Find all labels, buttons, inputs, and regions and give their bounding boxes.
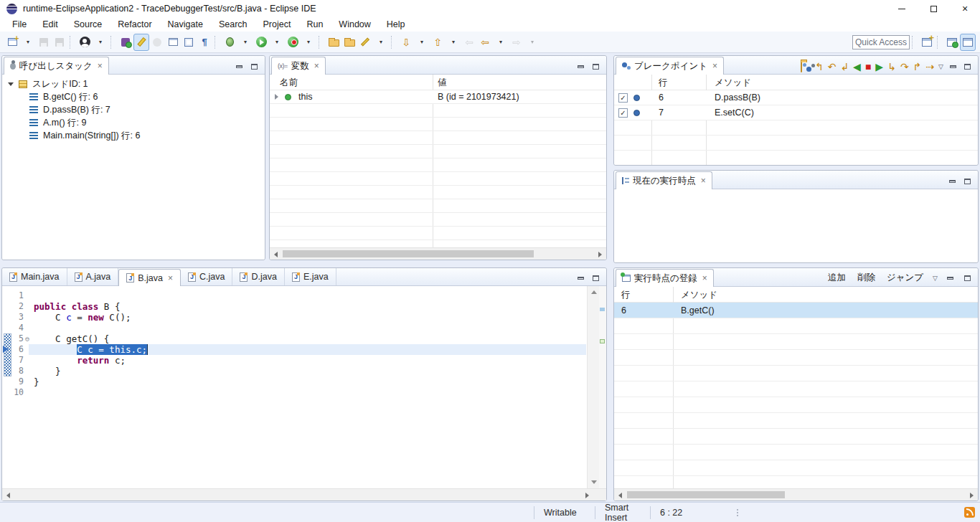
expand-icon[interactable] — [275, 94, 278, 100]
view-tab-variables[interactable]: (x)= 変数 × — [271, 57, 326, 75]
line-number[interactable]: 8 — [2, 366, 24, 376]
code-line[interactable]: 7 return c; — [2, 355, 586, 366]
menu-run[interactable]: Run — [298, 17, 331, 32]
breakpoint-checkbox[interactable]: ✓ — [618, 93, 628, 103]
highlight-tool-button[interactable] — [133, 34, 149, 51]
close-icon[interactable]: × — [701, 176, 706, 186]
next-annotation-button[interactable]: ⇩ — [398, 34, 414, 51]
code-editor[interactable]: 1 2public class B { 3 C c = new C(); 4 5… — [2, 286, 606, 488]
menu-source[interactable]: Source — [66, 17, 110, 32]
status-drag-handle[interactable] — [737, 509, 739, 516]
code-line[interactable]: 9} — [2, 376, 586, 387]
stack-frame-row[interactable]: A.m() 行: 9 — [2, 116, 265, 129]
step-back-over-button[interactable]: ↶ — [828, 62, 837, 72]
scroll-down-icon[interactable] — [591, 480, 597, 484]
close-icon[interactable]: × — [702, 273, 707, 283]
view-tab-breakpoints[interactable]: ブレークポイント × — [616, 57, 724, 75]
column-header-line[interactable]: 行 — [621, 287, 631, 303]
resume-button[interactable]: ▶ — [875, 62, 883, 72]
code-line[interactable]: 2public class B { — [2, 301, 586, 312]
column-header-line[interactable]: 行 — [659, 75, 668, 90]
step-filter-button[interactable] — [149, 34, 165, 51]
maximize-view-button[interactable] — [590, 273, 600, 283]
close-icon[interactable]: × — [712, 61, 717, 71]
code-line[interactable]: 10 — [2, 387, 586, 398]
step-back-return-button[interactable]: ↲ — [840, 62, 849, 72]
close-icon[interactable]: × — [314, 61, 319, 71]
menu-project[interactable]: Project — [255, 17, 299, 32]
close-icon[interactable]: × — [168, 273, 173, 283]
close-icon[interactable]: × — [98, 61, 103, 71]
maximize-view-button[interactable] — [962, 62, 972, 72]
menu-edit[interactable]: Edit — [34, 17, 66, 32]
code-line[interactable]: 5⊖ C getC() { — [2, 333, 586, 344]
editor-tab-b-java[interactable]: J B.java × — [118, 269, 181, 286]
previous-annotation-button[interactable]: ⇧ — [430, 34, 446, 51]
run-to-line-button[interactable]: ⇢ — [925, 62, 934, 72]
menu-navigate[interactable]: Navigate — [160, 17, 211, 32]
last-edit-location-button[interactable]: ⇦ — [461, 34, 477, 51]
forward-button[interactable]: ⇨ — [509, 34, 524, 51]
show-whitespace-button[interactable]: ¶ — [197, 34, 212, 51]
editor-hscrollbar[interactable] — [2, 488, 606, 500]
run-button[interactable] — [253, 34, 269, 51]
column-header-value[interactable]: 値 — [438, 75, 447, 90]
back-dropdown[interactable]: ▾ — [493, 34, 509, 51]
editor-tab-e-java[interactable]: J E.java — [285, 268, 336, 285]
back-button[interactable]: ⇦ — [477, 34, 493, 51]
code-line[interactable]: 3 C c = new C(); — [2, 312, 586, 323]
column-header-method[interactable]: メソッド — [715, 75, 751, 90]
stack-frame-row[interactable]: Main.main(String[]) 行: 6 — [2, 129, 265, 142]
editor-tab-main-java[interactable]: J Main.java — [2, 268, 67, 285]
scroll-left-icon[interactable] — [6, 493, 10, 498]
registration-hscrollbar[interactable] — [614, 488, 978, 500]
menu-search[interactable]: Search — [211, 17, 255, 32]
trace-tool-button[interactable] — [118, 34, 133, 51]
editor-tab-d-java[interactable]: J D.java — [232, 268, 284, 285]
new-wizard-button[interactable] — [4, 34, 20, 51]
step-over-button[interactable]: ↷ — [900, 62, 909, 72]
debug-dropdown[interactable]: ▾ — [237, 34, 253, 51]
scroll-up-icon[interactable] — [591, 290, 597, 294]
usage-report-icon[interactable] — [964, 507, 975, 518]
minimize-view-button[interactable] — [945, 273, 955, 283]
menu-window[interactable]: Window — [331, 17, 378, 32]
view-tab-current-point[interactable]: 現在の実行時点 × — [616, 171, 712, 189]
stack-frame-row[interactable]: D.passB(B) 行: 7 — [2, 103, 265, 116]
jump-button[interactable]: ジャンプ — [885, 272, 925, 284]
account-dropdown[interactable]: ▾ — [93, 34, 108, 51]
window-minimize-button[interactable] — [887, 0, 917, 17]
editor-vscrollbar[interactable] — [587, 286, 599, 488]
minimize-view-button[interactable] — [234, 62, 244, 72]
scroll-right-icon[interactable] — [970, 493, 974, 498]
delete-button[interactable]: 削除 — [855, 272, 877, 284]
line-number[interactable]: 5 — [2, 333, 24, 344]
column-header-name[interactable]: 名前 — [280, 75, 298, 90]
menu-refactor[interactable]: Refactor — [110, 17, 159, 32]
save-button[interactable] — [36, 34, 52, 51]
editor-tab-a-java[interactable]: J A.java — [67, 268, 119, 285]
scroll-right-icon[interactable] — [598, 252, 602, 257]
code-line-current[interactable]: 6 C c = this.c; — [2, 344, 586, 355]
menu-file[interactable]: File — [4, 17, 34, 32]
breakpoint-row[interactable]: ✓ 6 D.passB(B) — [614, 90, 978, 105]
marker-tool-button[interactable] — [357, 34, 373, 51]
line-number[interactable]: 1 — [2, 290, 24, 301]
variables-hscrollbar[interactable] — [270, 247, 606, 260]
view-tab-registration[interactable]: 実行時点の登録 × — [616, 269, 714, 287]
overview-ruler[interactable] — [599, 286, 606, 488]
step-return-button[interactable]: ↱ — [913, 62, 922, 72]
forward-dropdown[interactable]: ▾ — [524, 34, 540, 51]
marker-tool-dropdown[interactable]: ▾ — [373, 34, 389, 51]
new-wizard-dropdown[interactable]: ▾ — [20, 34, 36, 51]
code-line[interactable]: 4 — [2, 323, 586, 333]
scroll-left-icon[interactable] — [618, 493, 622, 498]
maximize-view-button[interactable] — [249, 62, 259, 72]
minimize-view-button[interactable] — [575, 273, 585, 283]
registered-point-row[interactable]: 6 B.getC() — [614, 303, 978, 318]
breakpoint-row[interactable]: ✓ 7 E.setC(C) — [614, 105, 978, 120]
line-number[interactable]: 7 — [2, 355, 24, 366]
breakpoint-checkbox[interactable]: ✓ — [618, 108, 628, 118]
step-into-button[interactable]: ↳ — [887, 62, 896, 72]
line-number[interactable]: 9 — [2, 376, 24, 387]
